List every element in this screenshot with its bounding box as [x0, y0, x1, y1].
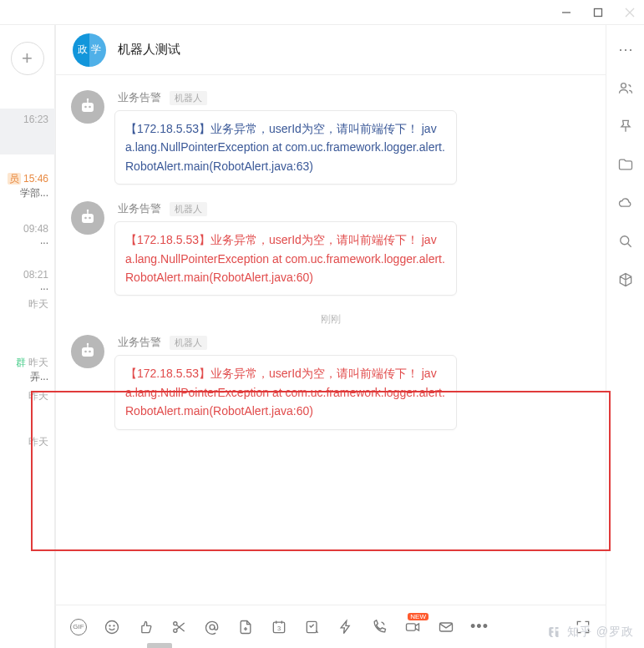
file-icon[interactable]	[236, 618, 255, 636]
svg-point-22	[174, 621, 177, 625]
svg-point-10	[84, 217, 87, 220]
svg-point-19	[106, 620, 119, 633]
mail-icon[interactable]	[437, 618, 455, 636]
right-sidebar: ⋯	[606, 25, 644, 648]
pin-icon[interactable]	[616, 117, 635, 135]
svg-point-20	[109, 625, 110, 625]
svg-point-16	[89, 351, 91, 353]
add-button[interactable]: +	[11, 42, 44, 75]
bot-avatar-icon[interactable]	[71, 201, 104, 235]
role-tag: 机器人	[170, 336, 207, 350]
chat-list-item[interactable]: 08:21...	[0, 246, 55, 292]
message-bubble[interactable]: 【172.18.5.53】业务异常，userId为空，请叫前端传下！ java.…	[114, 110, 457, 185]
svg-point-5	[84, 106, 87, 109]
svg-rect-29	[440, 623, 453, 631]
lightning-icon[interactable]	[337, 618, 355, 636]
folder-icon[interactable]	[616, 155, 635, 174]
emoji-icon[interactable]	[103, 618, 121, 636]
input-resize-handle[interactable]	[147, 643, 172, 648]
message: 业务告警 机器人 【172.18.5.53】业务异常，userId为空，请叫前端…	[71, 201, 591, 296]
svg-point-18	[87, 343, 89, 345]
chat-list-item[interactable]: 昨天	[0, 430, 55, 476]
svg-point-30	[621, 84, 626, 89]
cube-icon[interactable]	[616, 271, 635, 289]
svg-point-8	[87, 99, 89, 100]
task-icon[interactable]	[303, 618, 322, 636]
svg-point-13	[87, 210, 89, 211]
chat-list-item[interactable]: 昨天	[0, 384, 55, 430]
svg-point-23	[174, 629, 177, 632]
window-titlebar	[0, 0, 644, 25]
minimize-icon[interactable]	[560, 7, 572, 18]
close-icon[interactable]	[624, 7, 636, 18]
svg-rect-1	[595, 8, 602, 16]
cloud-icon[interactable]	[616, 194, 635, 212]
more-horiz-icon[interactable]: ⋯	[616, 40, 635, 58]
role-tag: 机器人	[170, 91, 207, 105]
role-tag: 机器人	[170, 202, 207, 216]
bot-avatar-icon[interactable]	[71, 90, 104, 124]
more-icon[interactable]: •••	[470, 618, 489, 636]
svg-rect-4	[82, 103, 94, 112]
group-avatar[interactable]: 政学	[73, 33, 106, 67]
thumbs-up-icon[interactable]	[136, 618, 155, 636]
svg-point-31	[620, 236, 628, 245]
chat-title: 机器人测试	[118, 42, 180, 58]
phone-icon[interactable]	[370, 618, 388, 636]
chat-body[interactable]: 业务告警 机器人 【172.18.5.53】业务异常，userId为空，请叫前端…	[56, 75, 606, 605]
chat-list-item[interactable]: 昨天	[0, 292, 55, 338]
members-icon[interactable]	[616, 78, 635, 97]
gif-icon[interactable]: GIF	[69, 618, 88, 636]
calendar-icon[interactable]: 3	[270, 618, 288, 636]
new-badge: NEW	[408, 613, 428, 620]
svg-text:3: 3	[277, 625, 281, 632]
maximize-icon[interactable]	[592, 7, 604, 18]
sender-name: 业务告警	[118, 201, 161, 216]
scissors-icon[interactable]	[170, 618, 188, 636]
search-icon[interactable]	[616, 232, 635, 251]
time-divider: 刚刚	[71, 312, 591, 327]
chat-list-item[interactable]: 09:48...	[0, 200, 55, 246]
chat-panel: 政学 机器人测试 业务告警 机器人 【172.18.5.53】业务异常，user…	[55, 25, 606, 648]
message: 业务告警 机器人 【172.18.5.53】业务异常，userId为空，请叫前端…	[71, 90, 591, 185]
chat-header: 政学 机器人测试	[56, 25, 606, 75]
svg-rect-28	[407, 623, 416, 630]
watermark: 知乎 @罗政	[547, 625, 634, 640]
svg-point-21	[114, 625, 114, 625]
bot-avatar-icon[interactable]	[71, 335, 104, 368]
video-icon[interactable]: NEW	[403, 618, 422, 636]
svg-rect-9	[82, 214, 94, 223]
message: 业务告警 机器人 【172.18.5.53】业务异常，userId为空，请叫前端…	[71, 335, 591, 429]
mention-icon[interactable]	[203, 618, 221, 636]
svg-point-11	[89, 217, 91, 220]
chat-list-item[interactable]: 16:23	[0, 109, 55, 154]
svg-point-24	[210, 625, 215, 630]
message-bubble[interactable]: 【172.18.5.53】业务异常，userId为空，请叫前端传下！ java.…	[114, 355, 457, 429]
message-bubble[interactable]: 【172.18.5.53】业务异常，userId为空，请叫前端传下！ java.…	[114, 221, 457, 296]
chat-list-sliver: 16:23 员 15:46 学部... 09:48... 08:21... 昨天…	[0, 109, 55, 476]
chat-list-item[interactable]: 员 15:46 学部...	[0, 154, 55, 200]
svg-point-15	[84, 351, 87, 353]
svg-point-6	[89, 106, 91, 109]
sender-name: 业务告警	[118, 335, 161, 350]
chat-footer: GIF 3 NEW •••	[56, 605, 606, 648]
svg-rect-14	[82, 347, 94, 357]
chat-list-item[interactable]: 群 昨天弄...	[0, 338, 55, 384]
sender-name: 业务告警	[118, 90, 161, 105]
